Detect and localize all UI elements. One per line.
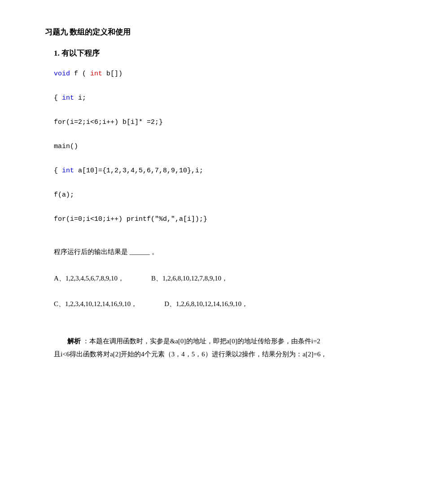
kw-int-1: int (90, 70, 102, 78)
code-array-decl: a[10]={1,2,3,4,5,6,7,8,9,10},i; (78, 167, 203, 175)
analysis-text: ：本题在调用函数时，实参是&a[0]的地址，即把a[0]的地址传给形参，由条件i… (83, 337, 320, 345)
output-blank: ______ (130, 248, 150, 255)
code-b: b[]) (106, 70, 122, 78)
kw-void: void (54, 70, 70, 78)
kw-int-2: int (62, 94, 74, 102)
analysis-cont: 且i<6得出函数将对a[2]开始的4个元素（3，4，5，6）进行乘以2操作，结果… (54, 348, 388, 361)
code-brace-open-2: { (54, 167, 62, 175)
code-line-1: void f ( int b[]) (54, 67, 388, 81)
code-line-7: for(i=0;i<10;i++) printf("%d,",a[i]);} (54, 213, 388, 226)
code-line-4: main() (54, 140, 388, 153)
code-i: i; (78, 94, 86, 102)
section-title: 习题九 数组的定义和使用 (45, 27, 388, 37)
option-b: B、1,2,6,8,10,12,7,8,9,10， (151, 271, 228, 286)
analysis-label: 解析 (67, 337, 81, 345)
code-line-5: { int a[10]={1,2,3,4,5,6,7,8,9,10},i; (54, 164, 388, 178)
option-d: D、1,2,6,8,10,12,14,16,9,10， (164, 297, 248, 311)
option-c: C、1,2,3,4,10,12,14,16,9,10， (54, 297, 137, 311)
kw-int-3: int (62, 167, 74, 175)
question-title: 1. 有以下程序 (54, 48, 388, 58)
analysis-paragraph: 解析 ：本题在调用函数时，实参是&a[0]的地址，即把a[0]的地址传给形参，由… (54, 335, 388, 348)
code-main: main() (54, 143, 78, 150)
code-line-6: f(a); (54, 188, 388, 202)
code-f: f ( (74, 70, 86, 78)
code-for-1: for(i=2;i<6;i++) b[i]* =2;} (54, 118, 163, 126)
output-result-line: 程序运行后的输出结果是 ______ 。 (54, 245, 388, 259)
code-line-2: { int i; (54, 92, 388, 105)
question-text: 有以下程序 (61, 49, 100, 57)
option-a: A、1,2,3,4,5,6,7,8,9,10， (54, 271, 124, 286)
output-label: 程序运行后的输出结果是 (54, 248, 128, 255)
options-row-cd: C、1,2,3,4,10,12,14,16,9,10， D、1,2,6,8,10… (54, 297, 388, 311)
question-number: 1. (54, 49, 60, 57)
code-for-2: for(i=0;i<10;i++) printf("%d,",a[i]);} (54, 215, 207, 223)
code-brace-open-1: { (54, 94, 62, 102)
options-row-ab: A、1,2,3,4,5,6,7,8,9,10， B、1,2,6,8,10,12,… (54, 271, 388, 286)
code-line-3: for(i=2;i<6;i++) b[i]* =2;} (54, 116, 388, 129)
page-container: 习题九 数组的定义和使用 1. 有以下程序 void f ( int b[]) … (0, 0, 424, 387)
code-block: void f ( int b[]) { int i; for(i=2;i<6;i… (54, 67, 388, 226)
output-period: 。 (152, 248, 158, 255)
code-fa: f(a); (54, 191, 74, 199)
analysis-cont-text: 且i<6得出函数将对a[2]开始的4个元素（3，4，5，6）进行乘以2操作，结果… (54, 351, 327, 358)
